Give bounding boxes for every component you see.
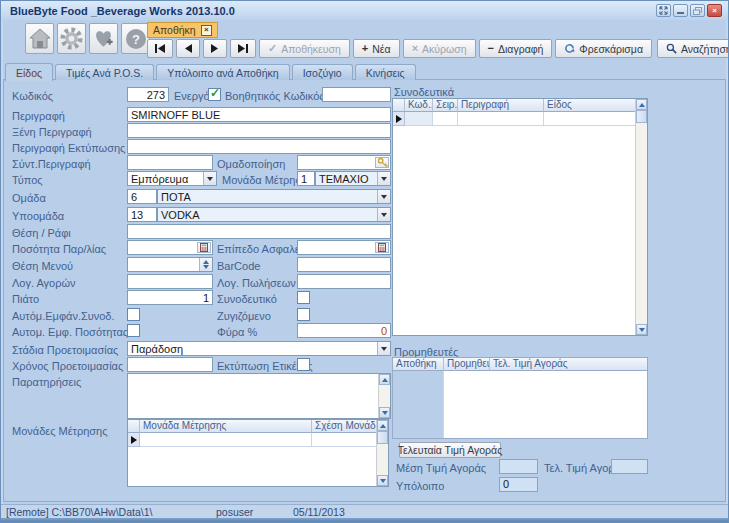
nav-next-button[interactable]	[203, 39, 227, 58]
order-qty-input[interactable]	[127, 240, 213, 255]
units-grid-scrollbar[interactable]	[376, 420, 388, 486]
auto-show-qty-checkbox[interactable]	[127, 324, 140, 337]
scroll-up-button[interactable]	[377, 420, 388, 431]
grid-cell[interactable]	[312, 433, 377, 447]
home-icon	[29, 28, 51, 49]
favorites-button[interactable]	[89, 23, 118, 54]
accompaniments-scrollbar[interactable]	[635, 99, 647, 335]
subgroup-dropdown-button[interactable]	[377, 208, 390, 221]
scroll-down-button[interactable]	[379, 407, 390, 418]
plate-input[interactable]	[127, 290, 213, 305]
suppliers-col-warehouse[interactable]: Αποθήκη	[393, 358, 444, 371]
sales-acct-input[interactable]	[297, 274, 391, 289]
toolbar: ✓ Αποθήκευση + Νέα × Ακύρωση − Διαγραφή …	[147, 39, 729, 58]
tab-ypoloipo-ana-apothiki[interactable]: Υπόλοιπο ανά Αποθήκη	[156, 64, 289, 80]
nav-previous-button[interactable]	[176, 39, 200, 58]
tab-eidos[interactable]: Είδος	[5, 63, 53, 81]
type-dropdown-button[interactable]	[203, 172, 216, 185]
short-description-input[interactable]	[127, 155, 213, 170]
window-minimize-button[interactable]	[673, 4, 688, 17]
unit-dropdown-button[interactable]	[377, 172, 390, 185]
suppliers-grid-body[interactable]	[443, 371, 647, 438]
help-button[interactable]: ?	[121, 23, 150, 54]
group-dropdown-button[interactable]	[377, 190, 390, 203]
auto-show-accomp-checkbox[interactable]	[127, 308, 140, 321]
group-code-input[interactable]	[127, 189, 157, 204]
scroll-thumb[interactable]	[377, 431, 388, 444]
print-description-input[interactable]	[127, 139, 391, 154]
document-tab-close-button[interactable]: ×	[201, 25, 212, 36]
notes-textarea[interactable]	[127, 373, 391, 419]
grid-cell[interactable]	[544, 112, 636, 126]
menu-position-spin-buttons[interactable]	[199, 258, 212, 271]
refresh-button[interactable]: Φρεσκάρισμα	[555, 39, 652, 58]
safety-level-calculator-button[interactable]	[375, 242, 389, 253]
document-tab-warehouse[interactable]: Αποθήκη ×	[147, 22, 218, 38]
waste-pct-label: Φύρα %	[217, 325, 257, 339]
scroll-down-button[interactable]	[636, 324, 647, 335]
waste-pct-input[interactable]	[297, 323, 391, 338]
notes-scrollbar[interactable]	[378, 374, 390, 418]
prep-stages-dropdown-button[interactable]	[377, 342, 390, 355]
tab-kiniseis[interactable]: Κινήσεις	[355, 64, 416, 80]
scroll-thumb[interactable]	[636, 110, 647, 123]
scroll-up-button[interactable]	[636, 99, 647, 110]
delete-button[interactable]: − Διαγραφή	[479, 39, 553, 58]
active-checkbox[interactable]	[208, 88, 221, 101]
cancel-button[interactable]: × Ακύρωση	[403, 39, 476, 58]
units-grid-col-unit[interactable]: Μονάδα Μέτρησης	[140, 420, 312, 433]
safety-level-input[interactable]	[297, 240, 391, 255]
tab-isozygio[interactable]: Ισοζύγιο	[292, 64, 353, 80]
nav-last-button[interactable]	[230, 39, 256, 58]
units-grid-col-relation[interactable]: Σχέση Μονάδος	[312, 420, 377, 433]
group-combobox[interactable]: ΠΟΤΑ	[157, 189, 391, 204]
grouping-lookup-button[interactable]	[375, 157, 389, 168]
description-input[interactable]	[127, 107, 391, 122]
settings-button[interactable]	[57, 23, 86, 54]
prep-stages-combobox[interactable]: Παράδοση	[127, 341, 391, 356]
window-close-button[interactable]: ×	[707, 4, 722, 17]
print-label-checkbox[interactable]	[297, 358, 310, 371]
weighed-checkbox[interactable]	[297, 308, 310, 321]
home-button[interactable]	[25, 23, 54, 54]
suppliers-col-supplier[interactable]: Προμηθευ...	[444, 358, 490, 371]
subgroup-combobox[interactable]: VODKA	[157, 207, 391, 222]
accomp-col-code[interactable]: Κωδ...	[405, 99, 433, 112]
aux-code-input[interactable]	[322, 87, 391, 102]
menu-position-stepper[interactable]	[127, 257, 213, 272]
grouping-input[interactable]	[297, 155, 391, 170]
save-button[interactable]: ✓ Αποθήκευση	[259, 39, 350, 58]
tab-times-ana-pos[interactable]: Τιμές Ανά P.O.S.	[55, 64, 154, 80]
type-combobox[interactable]: Εμπόρευμα	[127, 171, 217, 186]
subgroup-code-input[interactable]	[127, 207, 157, 222]
window-expand-button[interactable]	[656, 4, 671, 17]
accomp-col-description[interactable]: Περιγραφή	[458, 99, 544, 112]
suppliers-col-last-price[interactable]: Τελ. Τιμή Αγοράς	[490, 358, 647, 371]
window-restore-button[interactable]	[690, 4, 705, 17]
grid-cell[interactable]	[140, 433, 312, 447]
search-button[interactable]: Αναζήτηση	[657, 39, 729, 58]
nav-first-button[interactable]	[147, 39, 173, 58]
code-input[interactable]	[127, 87, 169, 102]
unit-combobox[interactable]: ΤΕΜΑΧΙΟ	[315, 171, 391, 186]
scroll-down-button[interactable]	[377, 475, 388, 486]
row-selector[interactable]	[393, 112, 405, 126]
accompaniment-checkbox[interactable]	[297, 291, 310, 304]
order-qty-calculator-button[interactable]	[197, 242, 211, 253]
accomp-col-kind[interactable]: Είδος	[544, 99, 636, 112]
new-button[interactable]: + Νέα	[353, 39, 400, 58]
row-selector[interactable]	[128, 433, 140, 447]
shelf-input[interactable]	[127, 224, 391, 239]
barcode-input[interactable]	[297, 257, 391, 272]
accompaniments-title: Συνοδευτικά	[394, 85, 454, 99]
scroll-up-button[interactable]	[379, 374, 390, 385]
foreign-description-input[interactable]	[127, 123, 391, 138]
grid-cell[interactable]	[405, 112, 433, 126]
last-purchase-price-button[interactable]: Τελευταία Τιμή Αγοράς	[399, 442, 501, 458]
accomp-col-series[interactable]: Σειρ...	[433, 99, 458, 112]
unit-code-input[interactable]	[297, 171, 315, 186]
grid-cell[interactable]	[433, 112, 458, 126]
grid-cell[interactable]	[458, 112, 544, 126]
prep-time-input[interactable]	[127, 357, 213, 372]
purchases-acct-input[interactable]	[127, 274, 213, 289]
